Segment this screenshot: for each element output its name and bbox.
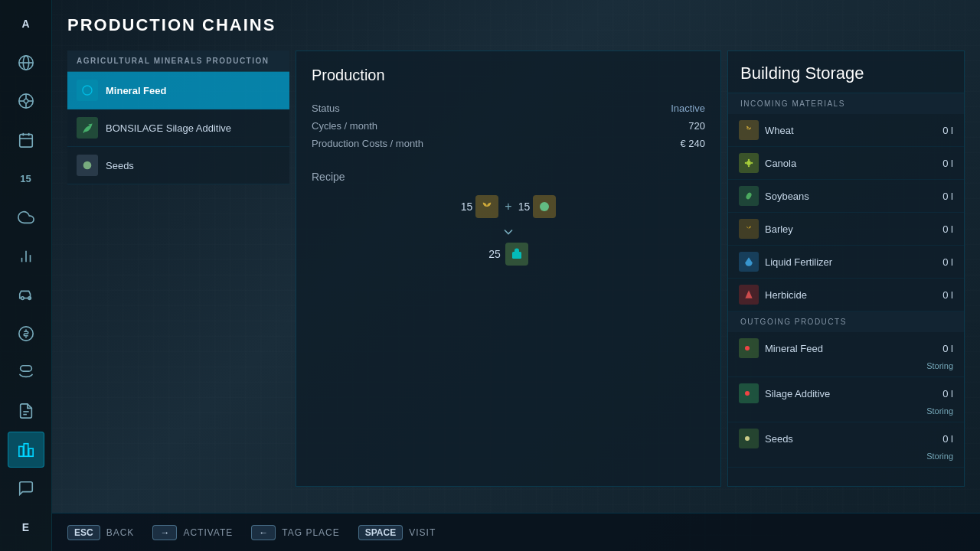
barley-icon xyxy=(739,219,759,239)
costs-row: Production Costs / month € 240 xyxy=(312,135,705,152)
sidebar-item-e[interactable]: E xyxy=(8,509,44,545)
tagplace-action: ← TAG PLACE xyxy=(251,525,339,540)
production-list: AGRICULTURAL MINERALS PRODUCTION Mineral… xyxy=(67,51,289,487)
liquid-amount: 0 l xyxy=(942,256,953,268)
tagplace-key: ← xyxy=(251,525,276,540)
herbicide-icon xyxy=(739,285,759,305)
svg-point-28 xyxy=(746,161,751,165)
visit-key: SPACE xyxy=(358,525,403,540)
bottom-bar: ESC BACK → ACTIVATE ← TAG PLACE SPACE VI… xyxy=(52,513,980,551)
sidebar: A 15 xyxy=(0,0,52,551)
tagplace-label: TAG PLACE xyxy=(282,527,339,538)
seeds-icon xyxy=(77,155,98,176)
sidebar-item-chat[interactable] xyxy=(8,471,44,507)
sidebar-item-production[interactable] xyxy=(8,432,44,468)
seeds-dot xyxy=(745,436,750,441)
liquid-name: Liquid Fertilizer xyxy=(765,256,832,268)
cycles-value: 720 xyxy=(688,120,705,132)
activate-key: → xyxy=(152,525,177,540)
sidebar-item-wheel[interactable] xyxy=(8,83,44,119)
status-label: Status xyxy=(312,103,340,114)
svg-rect-9 xyxy=(19,135,32,148)
outgoing-mineral-feed: Mineral Feed 0 l Storing xyxy=(728,332,964,377)
visit-label: VISIT xyxy=(409,527,436,538)
liquid-icon xyxy=(739,252,759,272)
outgoing-mineral-left: Mineral Feed xyxy=(739,338,823,358)
svg-point-4 xyxy=(24,99,28,104)
sidebar-item-globe[interactable] xyxy=(8,45,44,81)
cycles-row: Cycles / month 720 xyxy=(312,117,705,135)
outgoing-mineral-name: Mineral Feed xyxy=(765,343,823,354)
cycles-label: Cycles / month xyxy=(312,120,377,132)
feed-dot xyxy=(745,346,750,350)
outgoing-silage-amount: 0 l xyxy=(942,388,953,399)
recipe-output: 25 xyxy=(312,243,705,266)
sidebar-item-stats[interactable] xyxy=(8,238,44,274)
barley-amount: 0 l xyxy=(942,223,953,235)
storage-canola-left: Canola xyxy=(739,153,796,173)
storage-soybeans-left: Soybeans xyxy=(739,186,809,206)
recipe-title: Recipe xyxy=(312,171,705,183)
seeds-label: Seeds xyxy=(106,160,134,171)
incoming-header: INCOMING MATERIALS xyxy=(728,93,964,114)
storage-liquid-left: Liquid Fertilizer xyxy=(739,252,832,272)
outgoing-seeds-icon xyxy=(739,429,759,448)
outgoing-mineral-amount: 0 l xyxy=(942,343,953,354)
recipe-mineral-icon xyxy=(533,195,556,218)
recipe-wheat-icon xyxy=(475,195,498,218)
sidebar-item-money[interactable] xyxy=(8,316,44,352)
herbicide-name: Herbicide xyxy=(765,289,807,301)
storage-row-canola: Canola 0 l xyxy=(728,147,964,180)
costs-label: Production Costs / month xyxy=(312,138,423,149)
recipe-input1-amount: 15 xyxy=(461,201,473,213)
recipe-output-icon xyxy=(505,243,528,266)
sidebar-item-animals[interactable] xyxy=(8,354,44,390)
esc-key: ESC xyxy=(67,525,100,540)
recipe-inputs: 15 + 15 xyxy=(312,195,705,218)
storage-title: Building Storage xyxy=(728,51,964,93)
svg-marker-34 xyxy=(745,290,752,298)
herbicide-amount: 0 l xyxy=(942,289,953,301)
list-item-bonsilage[interactable]: BONSILAGE Silage Additive xyxy=(67,109,289,147)
recipe-arrow xyxy=(312,224,705,240)
outgoing-seeds: Seeds 0 l Storing xyxy=(728,422,964,468)
outgoing-silage-icon xyxy=(739,383,759,403)
list-item-seeds[interactable]: Seeds xyxy=(67,147,289,184)
sidebar-item-calendar[interactable] xyxy=(8,122,44,158)
svg-point-16 xyxy=(21,297,24,300)
svg-rect-22 xyxy=(18,446,23,456)
mineral-feed-icon xyxy=(77,80,98,101)
canola-amount: 0 l xyxy=(942,158,953,169)
sidebar-item-time[interactable]: 15 xyxy=(8,161,44,197)
outgoing-mineral-status: Storing xyxy=(728,360,964,377)
soybeans-icon xyxy=(739,186,759,206)
outgoing-seeds-main: Seeds 0 l xyxy=(728,422,964,450)
canola-icon xyxy=(739,153,759,173)
svg-rect-23 xyxy=(24,443,28,456)
bonsilage-icon xyxy=(77,117,98,139)
sidebar-item-vehicles[interactable] xyxy=(8,277,44,313)
silage-dot xyxy=(745,391,750,396)
sidebar-item-contracts[interactable] xyxy=(8,393,44,429)
soybeans-name: Soybeans xyxy=(765,191,809,202)
production-detail: Production Status Inactive Cycles / mont… xyxy=(296,51,721,487)
sidebar-item-weather[interactable] xyxy=(8,200,44,236)
storage-row-liquid: Liquid Fertilizer 0 l xyxy=(728,246,964,279)
storage-barley-left: Barley xyxy=(739,219,793,239)
outgoing-silage-status: Storing xyxy=(728,405,964,422)
visit-action: SPACE VISIT xyxy=(358,525,436,540)
esc-action: ESC BACK xyxy=(67,525,134,540)
status-value: Inactive xyxy=(671,103,705,114)
storage-row-barley: Barley 0 l xyxy=(728,213,964,246)
plus-separator: + xyxy=(505,200,511,214)
sidebar-item-a[interactable]: A xyxy=(8,6,44,42)
wheat-amount: 0 l xyxy=(942,125,953,136)
svg-rect-24 xyxy=(28,448,32,456)
outgoing-silage-main: Silage Additive 0 l xyxy=(728,377,964,405)
svg-point-31 xyxy=(745,162,746,164)
recipe-input1: 15 xyxy=(461,195,499,218)
list-item-mineral-feed[interactable]: Mineral Feed xyxy=(67,72,289,109)
canola-name: Canola xyxy=(765,158,796,169)
outgoing-seeds-left: Seeds xyxy=(739,429,793,448)
barley-name: Barley xyxy=(765,223,793,235)
